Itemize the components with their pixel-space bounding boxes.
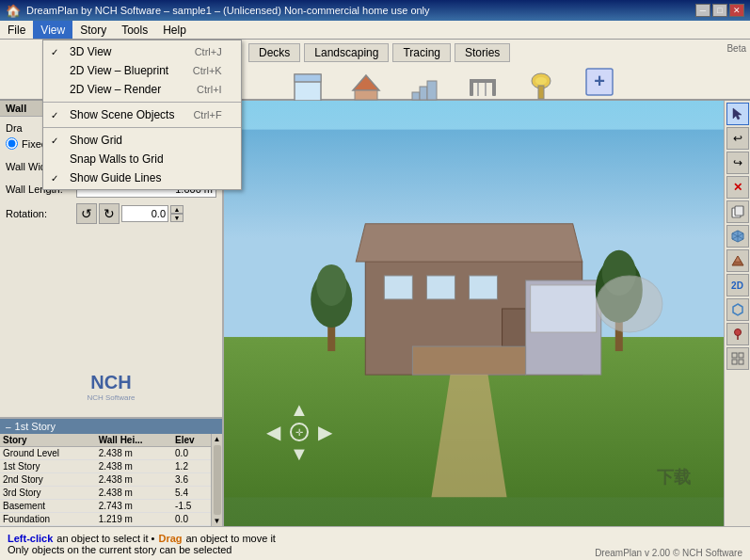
tab-tracing[interactable]: Tracing: [392, 43, 451, 62]
svg-point-59: [734, 329, 741, 336]
rotation-row: Rotation: ↺ ↻ ▲ ▼: [0, 200, 222, 227]
right-tool-redo[interactable]: ↪: [726, 152, 749, 174]
angle-input[interactable]: [121, 205, 168, 222]
nav-center-button[interactable]: ✛: [290, 423, 309, 441]
story-title: 1st Story: [15, 421, 56, 432]
minimize-button[interactable]: ─: [695, 4, 710, 17]
table-row[interactable]: 2nd Story 2.438 m 3.6: [0, 473, 211, 487]
svg-rect-11: [477, 83, 479, 96]
table-row[interactable]: Basement 2.743 m -1.5: [0, 500, 211, 513]
spin-down-button[interactable]: ▼: [170, 214, 184, 222]
nav-right-arrow[interactable]: ▶: [318, 421, 332, 443]
status-line-1: Left-click an object to select it • Drag…: [8, 533, 742, 544]
tab-landscaping[interactable]: Landscaping: [304, 43, 389, 62]
svg-rect-12: [485, 83, 487, 96]
right-tool-3d-box[interactable]: [726, 225, 749, 248]
status-bar: Left-click an object to select it • Drag…: [0, 526, 750, 560]
menu-show-guide[interactable]: ✓ Show Guide Lines: [43, 168, 241, 187]
story-panel: – 1st Story Story Wall Hei... Elev Groun: [0, 417, 222, 526]
viewport[interactable]: ▲ ▼ ◀ ▶ ✛ 下载: [224, 101, 724, 526]
svg-marker-3: [353, 75, 379, 90]
close-button[interactable]: ✕: [729, 4, 744, 17]
nch-logo: NCH NCH Software: [73, 362, 149, 409]
story-table-container: Story Wall Hei... Elev Ground Level 2.43…: [0, 434, 222, 526]
col-story: Story: [0, 434, 96, 447]
spin-buttons: ▲ ▼: [170, 205, 184, 222]
menu-show-grid[interactable]: ✓ Show Grid: [43, 131, 241, 150]
stairs-icon: [407, 71, 441, 104]
svg-rect-63: [732, 360, 737, 364]
rotate-cw-button[interactable]: ↻: [99, 203, 120, 224]
navigation-arrows: ▲ ▼ ◀ ▶ ✛: [262, 394, 337, 470]
maximize-button[interactable]: □: [712, 4, 727, 17]
nav-left-arrow[interactable]: ◀: [266, 421, 280, 443]
menu-view[interactable]: View: [33, 21, 72, 39]
rotation-label: Rotation:: [6, 208, 76, 219]
right-tool-pin[interactable]: [726, 323, 749, 345]
svg-rect-61: [732, 353, 737, 358]
ceiling-icon: [291, 71, 325, 104]
rotate-buttons: ↺ ↻ ▲ ▼: [76, 203, 184, 224]
col-elev: Elev: [172, 434, 211, 447]
check-scene: ✓: [51, 110, 58, 120]
tab-stories[interactable]: Stories: [455, 43, 510, 62]
nav-circle: ▲ ▼ ◀ ▶ ✛: [266, 399, 332, 465]
svg-rect-37: [503, 309, 526, 346]
story-scroll[interactable]: Story Wall Hei... Elev Ground Level 2.43…: [0, 434, 211, 526]
svg-marker-58: [733, 304, 742, 315]
nav-up-arrow[interactable]: ▲: [290, 399, 309, 421]
svg-rect-10: [492, 79, 496, 96]
menu-sep-1: [43, 102, 241, 103]
add-content-icon: +: [582, 65, 616, 99]
story-collapse-icon[interactable]: –: [6, 422, 11, 432]
menu-tools[interactable]: Tools: [114, 21, 155, 39]
menu-snap-walls[interactable]: Snap Walls to Grid: [43, 150, 241, 168]
check-guide: ✓: [51, 173, 58, 184]
col-wall-height: Wall Hei...: [96, 434, 172, 447]
svg-marker-49: [733, 108, 742, 120]
svg-rect-40: [412, 346, 525, 375]
title-text: DreamPlan by NCH Software – sample1 – (U…: [26, 5, 695, 16]
svg-rect-9: [470, 79, 473, 96]
svg-point-15: [535, 77, 547, 85]
drag-text: Drag: [158, 533, 182, 544]
menu-file[interactable]: File: [0, 21, 33, 39]
rotate-ccw-button[interactable]: ↺: [76, 203, 97, 224]
table-row[interactable]: Foundation 1.219 m 0.0: [0, 513, 211, 526]
table-row[interactable]: 1st Story 2.438 m 1.2: [0, 460, 211, 473]
right-tool-2d[interactable]: 2D: [726, 274, 749, 296]
right-tool-terrain[interactable]: [726, 249, 749, 272]
svg-text:NCH: NCH: [90, 372, 131, 392]
story-title-bar: – 1st Story: [0, 419, 222, 434]
tab-decks[interactable]: Decks: [248, 43, 300, 62]
scroll-down-arrow[interactable]: ▼: [213, 516, 222, 526]
right-tool-grid[interactable]: [726, 347, 749, 370]
menu-help[interactable]: Help: [155, 21, 194, 39]
svg-rect-6: [420, 87, 427, 100]
svg-rect-39: [531, 285, 597, 332]
svg-rect-35: [426, 276, 455, 299]
svg-rect-14: [538, 86, 544, 99]
table-row[interactable]: Ground Level 2.438 m 0.0: [0, 447, 211, 460]
right-tool-cursor[interactable]: [726, 103, 749, 125]
fixed-draw-radio[interactable]: [6, 137, 18, 150]
menu-2d-render[interactable]: 2D View – Render Ctrl+I: [43, 80, 241, 99]
menu-show-scene[interactable]: ✓ Show Scene Objects Ctrl+F: [43, 105, 241, 124]
svg-rect-34: [384, 276, 412, 299]
nav-down-arrow[interactable]: ▼: [290, 443, 309, 465]
right-tool-hex[interactable]: [726, 298, 749, 321]
menu-2d-blueprint[interactable]: 2D View – Blueprint Ctrl+K: [43, 61, 241, 80]
version-text: DreamPlan v 2.00 © NCH Software: [595, 548, 742, 558]
table-row[interactable]: 3rd Story 2.438 m 5.4: [0, 487, 211, 500]
spin-up-button[interactable]: ▲: [170, 205, 184, 214]
story-scrollbar[interactable]: ▲ ▼: [211, 434, 222, 526]
menu-3d-view[interactable]: ✓ 3D View Ctrl+J: [43, 42, 241, 61]
svg-rect-4: [355, 90, 377, 100]
scroll-up-arrow[interactable]: ▲: [213, 434, 222, 444]
roof-icon: [349, 71, 383, 104]
right-tool-delete[interactable]: ✕: [726, 176, 749, 199]
beta-badge: Beta: [726, 43, 746, 54]
right-tool-undo[interactable]: ↩: [726, 127, 749, 150]
right-tool-copy[interactable]: [726, 200, 749, 223]
menu-story[interactable]: Story: [72, 21, 114, 39]
